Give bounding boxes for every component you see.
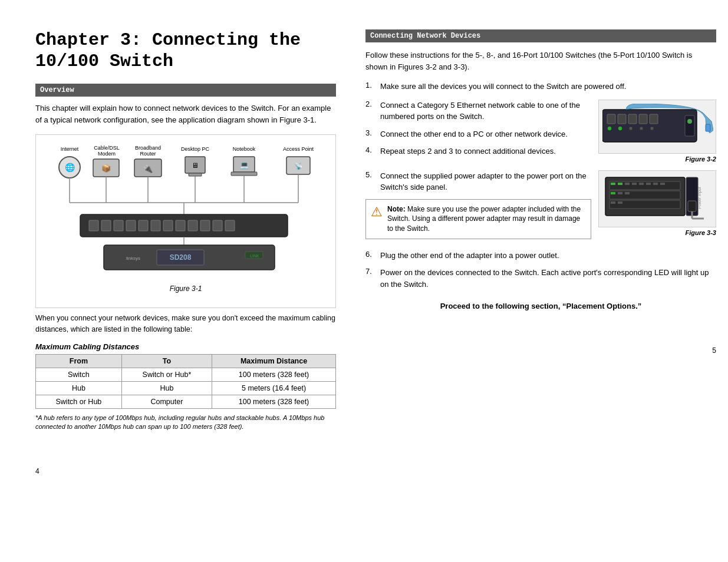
svg-rect-53 xyxy=(706,124,710,131)
svg-text:Access Point: Access Point xyxy=(283,146,314,152)
svg-rect-34 xyxy=(225,220,235,231)
figure3-container: Power Input Figure 3-3 xyxy=(598,170,716,245)
svg-rect-58 xyxy=(625,183,630,185)
svg-point-50 xyxy=(650,127,654,130)
svg-text:Router: Router xyxy=(140,151,156,157)
svg-rect-56 xyxy=(611,183,615,185)
svg-text:🖥: 🖥 xyxy=(192,161,199,170)
note-body-text: Make sure you use the power adapter incl… xyxy=(387,205,581,233)
proceed-text: Proceed to the following section, “Place… xyxy=(365,302,716,310)
svg-rect-41 xyxy=(607,114,615,124)
svg-rect-30 xyxy=(176,220,185,231)
step-3: 3. Connect the other end to a PC or othe… xyxy=(365,128,591,140)
svg-rect-63 xyxy=(660,183,665,185)
svg-text:LINK: LINK xyxy=(250,254,259,258)
svg-rect-31 xyxy=(188,220,197,231)
cabling-distances-table: From To Maximum Distance Switch Switch o… xyxy=(35,354,336,409)
left-column: Chapter 3: Connecting the 10/100 Switch … xyxy=(12,12,354,550)
svg-text:Cable/DSL: Cable/DSL xyxy=(94,145,120,151)
row1-to: Switch or Hub* xyxy=(121,368,212,381)
warning-icon: ⚠ xyxy=(371,204,383,234)
table-footnote: *A hub refers to any type of 100Mbps hub… xyxy=(35,414,336,432)
svg-text:Power Input: Power Input xyxy=(697,187,702,209)
right-column: Connecting Network Devices Follow these … xyxy=(354,12,728,550)
table-row: Switch or Hub Computer 100 meters (328 f… xyxy=(36,395,336,408)
svg-point-48 xyxy=(629,127,633,130)
row3-from: Switch or Hub xyxy=(36,395,122,408)
svg-rect-24 xyxy=(101,220,111,231)
step1-num: 1. xyxy=(365,81,380,90)
sd208-label: SD208 xyxy=(170,253,192,262)
svg-text:linksys: linksys xyxy=(126,256,140,261)
table-row: Switch Switch or Hub* 100 meters (328 fe… xyxy=(36,368,336,381)
svg-rect-26 xyxy=(126,220,136,231)
network-diagram-svg: Internet 🌐 Cable/DSL Modem 📦 Broadband R… xyxy=(45,144,334,279)
right-intro-text: Follow these instructions for the 5-, 8-… xyxy=(365,49,716,72)
table-title: Maximum Cabling Distances xyxy=(35,342,336,351)
chapter-title: Chapter 3: Connecting the 10/100 Switch xyxy=(35,29,336,72)
svg-rect-11 xyxy=(231,172,257,176)
svg-rect-29 xyxy=(163,220,173,231)
svg-rect-32 xyxy=(200,220,210,231)
svg-rect-67 xyxy=(625,192,630,194)
svg-text:Broadband: Broadband xyxy=(135,145,161,151)
step5-text: Connect the supplied power adapter to th… xyxy=(380,170,591,193)
svg-rect-66 xyxy=(618,192,622,194)
svg-rect-23 xyxy=(89,220,98,231)
svg-rect-45 xyxy=(650,114,658,124)
svg-rect-33 xyxy=(213,220,222,231)
step6-text: Plug the other end of the adapter into a… xyxy=(380,250,716,262)
figure2-svg xyxy=(602,104,713,148)
step4-text: Repeat steps 2 and 3 to connect addition… xyxy=(380,146,591,157)
row1-from: Switch xyxy=(36,368,122,381)
svg-rect-44 xyxy=(639,114,647,124)
connecting-section-header: Connecting Network Devices xyxy=(365,29,716,42)
figure3-image-box: Power Input xyxy=(598,170,716,227)
step7-text: Power on the devices connected to the Sw… xyxy=(380,267,716,290)
step2-num: 2. xyxy=(365,100,380,108)
step1-text: Make sure all the devices you will conne… xyxy=(380,81,716,92)
svg-rect-8 xyxy=(189,173,202,176)
step-6: 6. Plug the other end of the adapter int… xyxy=(365,250,716,262)
step-2: 2. Connect a Category 5 Ethernet network… xyxy=(365,100,591,123)
chapter-title-line2: 10/100 Switch xyxy=(35,51,173,71)
step-4: 4. Repeat steps 2 and 3 to connect addit… xyxy=(365,146,591,157)
svg-rect-73 xyxy=(688,201,696,211)
svg-rect-27 xyxy=(139,220,148,231)
svg-rect-25 xyxy=(114,220,123,231)
right-page-number: 5 xyxy=(712,346,716,355)
cabling-intro-text: When you connect your network devices, m… xyxy=(35,313,336,335)
step-5: 5. Connect the supplied power adapter to… xyxy=(365,170,591,193)
svg-point-49 xyxy=(640,127,643,130)
svg-rect-51 xyxy=(685,115,694,136)
note-box: ⚠ Note: Make sure you use the power adap… xyxy=(365,199,591,239)
overview-header: Overview xyxy=(35,84,336,97)
svg-point-47 xyxy=(618,127,622,130)
internet-label: Internet xyxy=(61,146,79,152)
step2-text: Connect a Category 5 Ethernet network ca… xyxy=(380,100,591,123)
svg-rect-57 xyxy=(618,183,622,185)
step-1: 1. Make sure all the devices you will co… xyxy=(365,81,716,92)
col-header-distance: Maximum Distance xyxy=(212,354,336,368)
figure2-image-box xyxy=(598,100,716,154)
svg-rect-28 xyxy=(151,220,160,231)
overview-text: This chapter will explain how to connect… xyxy=(35,103,336,125)
svg-text:💻: 💻 xyxy=(240,160,249,169)
svg-text:📡: 📡 xyxy=(294,161,303,170)
step-7: 7. Power on the devices connected to the… xyxy=(365,267,716,290)
svg-text:🌐: 🌐 xyxy=(65,163,75,173)
row3-to: Computer xyxy=(121,395,212,408)
step5-text-group: 5. Connect the supplied power adapter to… xyxy=(365,170,591,245)
row1-distance: 100 meters (328 feet) xyxy=(212,368,336,381)
row3-distance: 100 meters (328 feet) xyxy=(212,395,336,408)
col-header-to: To xyxy=(121,354,212,368)
svg-rect-61 xyxy=(646,183,651,185)
svg-text:Notebook: Notebook xyxy=(233,146,256,152)
steps-2-4-group: 2. Connect a Category 5 Ethernet network… xyxy=(365,100,716,163)
figure1-label: Figure 3-1 xyxy=(45,285,327,293)
step5-group: 5. Connect the supplied power adapter to… xyxy=(365,170,716,245)
step4-num: 4. xyxy=(365,146,380,154)
figure3-svg: Power Input xyxy=(602,174,713,222)
svg-rect-70 xyxy=(618,201,622,204)
figure2-container: Figure 3-2 xyxy=(598,100,716,163)
